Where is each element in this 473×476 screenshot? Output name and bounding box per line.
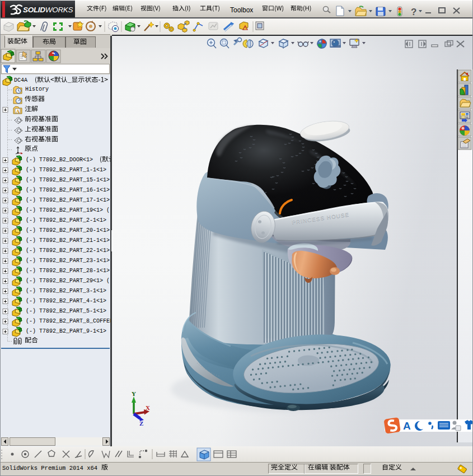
svg-text:X: X — [146, 404, 150, 411]
svg-text:Z: Z — [139, 420, 143, 427]
svg-text:A: A — [16, 109, 20, 114]
svg-text:?: ? — [411, 7, 416, 17]
svg-text:Y: Y — [132, 390, 136, 397]
svg-text:A: A — [403, 420, 411, 432]
